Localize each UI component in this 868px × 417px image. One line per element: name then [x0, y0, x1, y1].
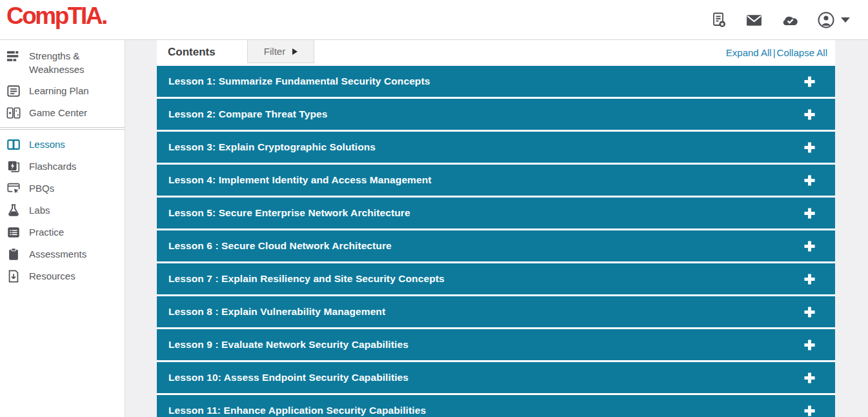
- lesson-accordion-header[interactable]: Lesson 10: Assess Endpoint Security Capa…: [157, 362, 835, 393]
- lesson-title: Lesson 3: Explain Cryptographic Solution…: [168, 141, 376, 153]
- lessons-icon: [6, 137, 21, 152]
- collapse-all-link[interactable]: Collapse All: [777, 47, 827, 58]
- lesson-title: Lesson 1: Summarize Fundamental Security…: [168, 76, 430, 87]
- lesson-title: Lesson 6 : Secure Cloud Network Architec…: [168, 240, 392, 252]
- mail-icon[interactable]: [745, 12, 763, 29]
- sidebar: Strengths & Weaknesses Learning Plan Gam…: [0, 40, 125, 417]
- sidebar-item-resources[interactable]: Resources: [0, 265, 125, 287]
- sidebar-item-label: Strengths & Weaknesses: [29, 49, 121, 76]
- sidebar-main-group: Lessons Flashcards PBQs Labs Practice: [0, 134, 125, 287]
- lesson-accordion-header[interactable]: Lesson 6 : Secure Cloud Network Architec…: [157, 230, 835, 261]
- sidebar-item-label: Labs: [29, 203, 50, 217]
- lesson-title: Lesson 4: Implement Identity and Access …: [168, 174, 432, 186]
- expand-plus-icon[interactable]: [803, 174, 823, 187]
- account-icon: [817, 11, 835, 29]
- lesson-title: Lesson 11: Enhance Application Security …: [168, 405, 426, 416]
- sidebar-item-label: Resources: [29, 269, 76, 283]
- lesson-title: Lesson 2: Compare Threat Types: [168, 108, 327, 120]
- sidebar-divider: [0, 127, 125, 130]
- filter-button-label: Filter: [264, 46, 285, 57]
- sidebar-item-lessons[interactable]: Lessons: [0, 134, 125, 156]
- cloud-sync-icon[interactable]: [781, 11, 799, 29]
- sidebar-item-labs[interactable]: Labs: [0, 199, 125, 221]
- game-center-icon: [6, 106, 21, 120]
- flashcards-icon: [6, 159, 21, 174]
- assessments-icon: [6, 247, 21, 261]
- lesson-accordion-header[interactable]: Lesson 2: Compare Threat Types: [157, 99, 835, 130]
- sidebar-item-label: Learning Plan: [29, 84, 89, 97]
- lesson-title: Lesson 8 : Explain Vulnerability Managem…: [168, 306, 385, 318]
- lesson-accordion-header[interactable]: Lesson 9 : Evaluate Network Security Cap…: [157, 329, 835, 360]
- expand-plus-icon[interactable]: [803, 372, 823, 384]
- learning-plan-icon: [6, 84, 21, 98]
- lessons-content: Contents Filter Expand All | Collapse Al…: [157, 40, 835, 417]
- pbqs-icon: [6, 181, 21, 196]
- expand-plus-icon[interactable]: [803, 207, 823, 219]
- sidebar-item-label: Flashcards: [29, 159, 76, 173]
- sidebar-item-assessments[interactable]: Assessments: [0, 243, 125, 265]
- sidebar-item-label: Practice: [29, 225, 64, 239]
- labs-icon: [6, 203, 21, 218]
- caret-down-icon: [841, 17, 850, 23]
- header-icon-bar: [711, 0, 850, 40]
- sidebar-item-label: Lessons: [29, 137, 65, 151]
- sidebar-item-label: Game Center: [29, 106, 87, 119]
- expand-plus-icon[interactable]: [803, 76, 823, 88]
- sidebar-item-label: PBQs: [29, 181, 54, 195]
- lesson-accordion-header[interactable]: Lesson 8 : Explain Vulnerability Managem…: [157, 296, 835, 327]
- expand-plus-icon[interactable]: [803, 240, 823, 252]
- expand-plus-icon[interactable]: [803, 306, 823, 318]
- practice-icon: [6, 225, 21, 239]
- filter-button[interactable]: Filter: [247, 40, 314, 63]
- app-header: CompTIA.: [0, 0, 868, 40]
- lesson-title: Lesson 9 : Evaluate Network Security Cap…: [168, 339, 409, 351]
- lesson-title: Lesson 10: Assess Endpoint Security Capa…: [168, 372, 409, 383]
- sidebar-item-learning-plan[interactable]: Learning Plan: [0, 80, 125, 102]
- expand-plus-icon[interactable]: [803, 141, 823, 154]
- lesson-accordion-header[interactable]: Lesson 7 : Explain Resiliency and Site S…: [157, 263, 835, 294]
- filter-arrow-icon: [292, 48, 298, 55]
- lesson-accordion-header[interactable]: Lesson 4: Implement Identity and Access …: [157, 165, 835, 196]
- lesson-title: Lesson 5: Secure Enterprise Network Arch…: [168, 207, 410, 219]
- strengths-weaknesses-icon: [6, 49, 21, 63]
- lesson-title: Lesson 7 : Explain Resiliency and Site S…: [168, 273, 445, 285]
- account-menu[interactable]: [817, 11, 850, 29]
- lesson-list: Lesson 1: Summarize Fundamental Security…: [157, 66, 835, 417]
- comptia-logo[interactable]: CompTIA.: [6, 3, 106, 30]
- lesson-accordion-header[interactable]: Lesson 11: Enhance Application Security …: [157, 395, 835, 417]
- sidebar-item-strengths-weaknesses[interactable]: Strengths & Weaknesses: [0, 45, 125, 80]
- expand-all-link[interactable]: Expand All: [726, 47, 772, 58]
- page-title: Contents: [168, 46, 216, 59]
- sidebar-item-label: Assessments: [29, 247, 86, 261]
- expand-plus-icon[interactable]: [803, 273, 823, 285]
- content-header: Contents Filter Expand All | Collapse Al…: [157, 40, 835, 65]
- lesson-accordion-header[interactable]: Lesson 3: Explain Cryptographic Solution…: [157, 132, 835, 163]
- expand-collapse-links: Expand All | Collapse All: [726, 40, 827, 65]
- expand-plus-icon[interactable]: [803, 108, 823, 121]
- expand-plus-icon[interactable]: [803, 339, 823, 351]
- sidebar-item-practice[interactable]: Practice: [0, 221, 125, 243]
- sidebar-item-flashcards[interactable]: Flashcards: [0, 156, 125, 178]
- lesson-accordion-header[interactable]: Lesson 5: Secure Enterprise Network Arch…: [157, 198, 835, 229]
- transcript-icon[interactable]: [711, 12, 727, 28]
- lesson-accordion-header[interactable]: Lesson 1: Summarize Fundamental Security…: [157, 66, 835, 97]
- sidebar-item-pbqs[interactable]: PBQs: [0, 178, 125, 199]
- links-separator: |: [773, 47, 776, 58]
- resources-icon: [6, 269, 21, 283]
- expand-plus-icon[interactable]: [803, 405, 823, 417]
- sidebar-item-game-center[interactable]: Game Center: [0, 102, 125, 124]
- sidebar-top-group: Strengths & Weaknesses Learning Plan Gam…: [0, 45, 125, 124]
